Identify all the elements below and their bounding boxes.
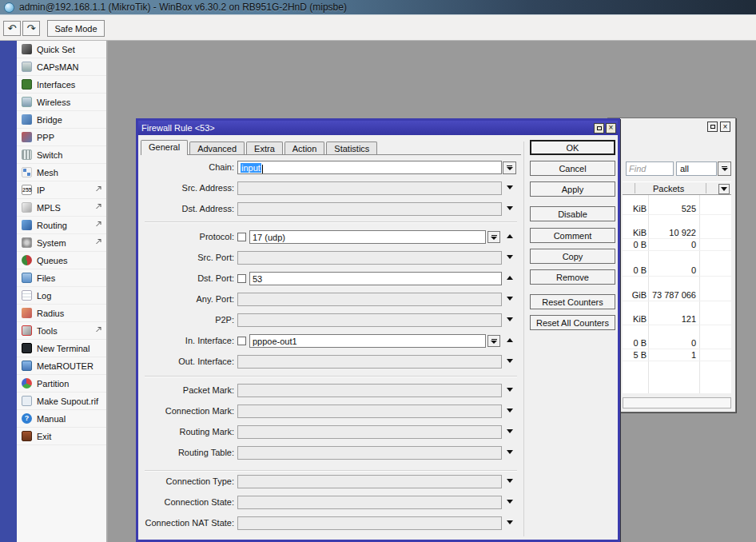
redo-button[interactable]: ↷	[22, 21, 40, 36]
apply-button[interactable]: Apply	[530, 181, 615, 197]
list-row[interactable]: 0 B 0	[623, 239, 731, 251]
tab-general[interactable]: General	[141, 140, 188, 155]
connection-nat-state-dropdown-arrow[interactable]	[505, 520, 515, 527]
sidebar-item-metarouter[interactable]: MetaROUTER	[17, 357, 106, 375]
sidebar-item-new-terminal[interactable]: New Terminal	[17, 340, 106, 357]
remove-button[interactable]: Remove	[530, 269, 615, 285]
dialog-maximize-button[interactable]	[594, 123, 604, 134]
any-port-input[interactable]	[237, 293, 502, 306]
protocol-checkbox[interactable]	[237, 233, 246, 241]
routing-table-input[interactable]	[237, 446, 502, 460]
cancel-button[interactable]: Cancel	[530, 161, 615, 176]
chain-input[interactable]: input	[237, 161, 502, 174]
dst-port-input[interactable]: 53	[249, 272, 502, 285]
in-interface-input[interactable]: pppoe-out1	[249, 334, 486, 348]
list-row[interactable]: KiB 121	[623, 313, 731, 325]
list-row[interactable]: KiB 525	[623, 203, 731, 215]
dst-port-collapse-arrow[interactable]	[505, 276, 515, 282]
tab-advanced[interactable]: Advanced	[189, 141, 245, 155]
tab-action[interactable]: Action	[284, 141, 325, 155]
sidebar-item-interfaces[interactable]: Interfaces	[17, 76, 106, 94]
comment-button[interactable]: Comment	[530, 228, 615, 243]
dialog-close-button[interactable]: ×	[606, 123, 616, 134]
protocol-combo-button[interactable]	[487, 231, 500, 243]
out-interface-dropdown-arrow[interactable]	[505, 359, 515, 365]
connection-type-dropdown-arrow[interactable]	[505, 479, 515, 485]
rule-list[interactable]: KiB 525 KiB 10 922 0 B 0 0 B 0 GiB 73 78…	[623, 195, 731, 393]
close-button[interactable]: ×	[720, 122, 730, 132]
list-row[interactable]: GiB 73 787 066	[623, 289, 731, 301]
sidebar-item-tools[interactable]: Tools	[17, 322, 106, 340]
p2p-input[interactable]	[237, 313, 502, 327]
sidebar-item-mesh[interactable]: Mesh	[17, 164, 106, 181]
tab-statistics[interactable]: Statistics	[326, 141, 377, 155]
in-interface-checkbox[interactable]	[237, 337, 246, 345]
p2p-dropdown-arrow[interactable]	[505, 317, 515, 324]
copy-button[interactable]: Copy	[530, 249, 615, 264]
sidebar-item-partition[interactable]: Partition	[17, 375, 106, 393]
sidebar-item-queues[interactable]: Queues	[17, 252, 106, 269]
dialog-titlebar[interactable]: Firewall Rule <53> ×	[138, 121, 618, 135]
routing-table-dropdown-arrow[interactable]	[505, 450, 515, 456]
tab-extra[interactable]: Extra	[246, 141, 283, 155]
sidebar-item-quick-set[interactable]: Quick Set	[17, 41, 106, 58]
find-input[interactable]: Find	[626, 161, 674, 176]
firewall-list-window[interactable]: × Find all Packets KiB 525 KiB 10 922 0 …	[607, 118, 736, 412]
sidebar-item-make-supout[interactable]: Make Supout.rif	[17, 393, 106, 410]
in-interface-collapse-arrow[interactable]	[505, 338, 515, 345]
routing-mark-input[interactable]	[237, 425, 502, 439]
connection-mark-dropdown-arrow[interactable]	[505, 408, 515, 415]
connection-mark-input[interactable]	[237, 405, 502, 418]
protocol-collapse-arrow[interactable]	[505, 234, 515, 241]
main-titlebar[interactable]: admin@192.168.1.1 (MikroTik) - WinBox v6…	[0, 0, 756, 15]
sidebar-item-manual[interactable]: ? Manual	[17, 410, 106, 428]
sidebar-item-switch[interactable]: Switch	[17, 146, 106, 164]
packet-mark-dropdown-arrow[interactable]	[505, 388, 515, 394]
list-row[interactable]: 0 B 0	[623, 265, 731, 277]
reset-all-counters-button[interactable]: Reset All Counters	[530, 315, 615, 330]
protocol-input[interactable]: 17 (udp)	[249, 230, 486, 244]
dst-port-checkbox[interactable]	[237, 274, 246, 283]
src-address-dropdown-arrow[interactable]	[505, 185, 515, 192]
sidebar-item-capsman[interactable]: CAPsMAN	[17, 58, 106, 76]
safe-mode-button[interactable]: Safe Mode	[47, 20, 105, 37]
list-row[interactable]: 0 B 0	[623, 337, 731, 349]
dst-address-input[interactable]	[237, 202, 502, 216]
column-divider[interactable]	[706, 183, 706, 193]
src-address-input[interactable]	[237, 181, 502, 195]
src-port-input[interactable]	[237, 251, 502, 265]
sidebar-item-wireless[interactable]: Wireless	[17, 94, 106, 111]
packet-mark-input[interactable]	[237, 384, 502, 397]
filter-combo-button[interactable]	[718, 161, 731, 176]
reset-counters-button[interactable]: Reset Counters	[530, 294, 615, 309]
sidebar-item-log[interactable]: Log	[17, 287, 106, 305]
column-divider[interactable]	[635, 183, 635, 193]
list-row[interactable]: 5 B 1	[623, 349, 731, 361]
undo-button[interactable]: ↶	[3, 21, 21, 36]
connection-state-input[interactable]	[237, 496, 502, 509]
filter-select[interactable]: all	[676, 161, 717, 176]
sidebar-item-files[interactable]: Files	[17, 269, 106, 287]
ok-button[interactable]: OK	[530, 140, 615, 155]
dst-address-dropdown-arrow[interactable]	[505, 206, 515, 213]
connection-type-input[interactable]	[237, 475, 502, 488]
chain-combo-button[interactable]	[503, 161, 516, 174]
connection-nat-state-input[interactable]	[237, 516, 502, 530]
sidebar-item-ip[interactable]: 255 IP	[17, 181, 106, 199]
sidebar-item-bridge[interactable]: Bridge	[17, 111, 106, 129]
sidebar-item-mpls[interactable]: MPLS	[17, 199, 106, 217]
sidebar-item-ppp[interactable]: PPP	[17, 129, 106, 146]
disable-button[interactable]: Disable	[530, 206, 615, 221]
maximize-button[interactable]	[707, 122, 718, 132]
list-row[interactable]: KiB 10 922	[623, 227, 731, 239]
column-options-button[interactable]	[718, 184, 730, 194]
connection-state-dropdown-arrow[interactable]	[505, 500, 515, 506]
sidebar-item-system[interactable]: System	[17, 234, 106, 252]
column-header-packets[interactable]: Packets	[653, 184, 684, 193]
src-port-dropdown-arrow[interactable]	[505, 255, 515, 261]
in-interface-combo-button[interactable]	[487, 335, 500, 347]
sidebar-item-radius[interactable]: Radius	[17, 305, 106, 322]
sidebar-item-routing[interactable]: Routing	[17, 217, 106, 234]
out-interface-input[interactable]	[237, 355, 502, 369]
sidebar-item-exit[interactable]: Exit	[17, 428, 106, 445]
